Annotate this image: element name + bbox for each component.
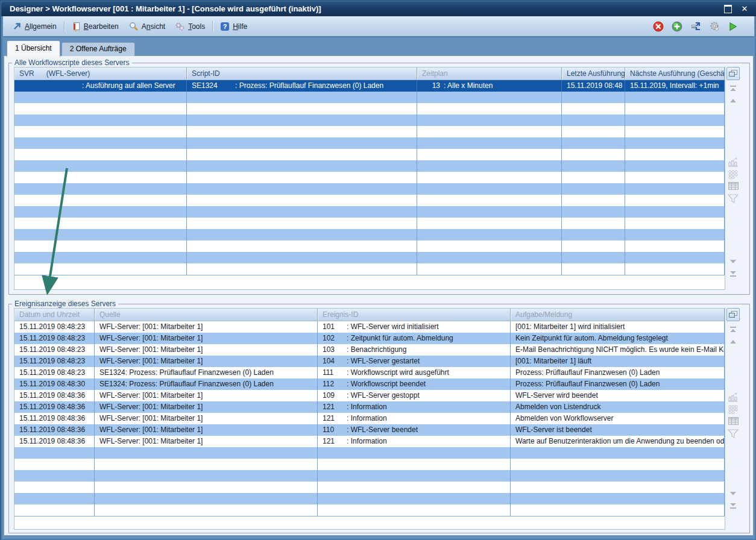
tab-offene-auftraege[interactable]: 2 Offene Aufträge	[61, 42, 135, 56]
filter-button[interactable]	[727, 192, 739, 204]
scroll-top-button[interactable]	[727, 83, 739, 95]
table-view-button[interactable]	[727, 180, 739, 192]
dots-grid-button[interactable]	[727, 168, 739, 180]
cell-datum: 15.11.2019 08:48:36	[14, 424, 95, 436]
scroll-bottom-button[interactable]	[727, 268, 739, 280]
chart-view-button[interactable]	[727, 156, 739, 168]
event-row[interactable]: 15.11.2019 08:48:36 WFL-Server: [001: Mi…	[14, 401, 725, 413]
table-view-button[interactable]	[727, 415, 739, 427]
dots-grid-button[interactable]	[727, 403, 739, 415]
cell-datum: 15.11.2019 08:48:23	[14, 333, 95, 344]
scroll-bottom-button[interactable]	[727, 500, 739, 512]
column-header-datum[interactable]: Datum und Uhrzeit	[14, 309, 95, 321]
column-picker-button[interactable]	[726, 308, 740, 321]
menubar: Allgemein Bearbeiten Ansicht Tools ?	[3, 16, 754, 37]
cell-meldung: E-Mail Benachrichtigung NICHT möglich. E…	[511, 344, 725, 356]
column-header-ereignis-id[interactable]: Ereignis-ID	[318, 309, 511, 321]
column-header-letzte-ausfuehrung[interactable]: Letzte Ausführung	[562, 68, 625, 80]
column-picker-button[interactable]	[726, 67, 740, 80]
script-row-empty[interactable]	[14, 195, 725, 206]
funnel-icon	[728, 194, 739, 203]
transfer-button[interactable]	[690, 21, 701, 32]
event-row[interactable]	[14, 482, 725, 493]
script-row-empty[interactable]	[14, 229, 725, 240]
cell-datum	[14, 482, 95, 493]
tab-bar: 1 Übersicht 2 Offene Aufträge	[7, 40, 135, 56]
menu-hilfe[interactable]: ? Hilfe	[215, 20, 252, 33]
script-row-empty[interactable]	[14, 160, 725, 172]
menu-ansicht[interactable]: Ansicht	[124, 20, 170, 33]
cell-naechste-ausfuehrung	[625, 206, 725, 218]
table-grid-icon	[728, 182, 739, 190]
cell-ereignis-id: 109: WFL-Server gestoppt	[318, 390, 511, 401]
script-row-empty[interactable]	[14, 252, 725, 263]
cell-quelle: WFL-Server: [001: Mitarbeiter 1]	[95, 413, 318, 424]
add-button[interactable]	[672, 21, 682, 32]
column-header-script-id[interactable]: Script-ID	[187, 68, 417, 80]
script-row-empty[interactable]	[14, 172, 725, 183]
event-row[interactable]: 15.11.2019 08:48:23 WFL-Server: [001: Mi…	[14, 356, 725, 367]
event-row[interactable]: 15.11.2019 08:48:36 WFL-Server: [001: Mi…	[14, 436, 725, 447]
scroll-up-button[interactable]	[727, 336, 739, 348]
event-row[interactable]	[14, 459, 725, 470]
event-row[interactable]: 15.11.2019 08:48:36 WFL-Server: [001: Mi…	[14, 413, 725, 424]
scripts-side-toolbar	[726, 67, 740, 284]
script-row-empty[interactable]	[14, 206, 725, 218]
event-row[interactable]: 15.11.2019 08:48:23 SE1324: Prozess: Prü…	[14, 367, 725, 378]
script-row-empty[interactable]	[14, 137, 725, 149]
scroll-down-button[interactable]	[727, 256, 739, 268]
cell-meldung: Prozess: Prüflauflauf Finanzwesen (0) La…	[511, 378, 725, 390]
tab-uebersicht[interactable]: 1 Übersicht	[7, 40, 60, 57]
script-row-empty[interactable]	[14, 126, 725, 137]
column-header-aufgabe-meldung[interactable]: Aufgabe/Meldung	[511, 309, 725, 321]
script-row-empty[interactable]	[14, 263, 725, 275]
script-row-empty[interactable]	[14, 149, 725, 160]
filter-button[interactable]	[727, 427, 739, 439]
column-header-zeitplan[interactable]: Zeitplan	[417, 68, 562, 80]
event-row[interactable]	[14, 493, 725, 504]
script-row-empty[interactable]	[14, 240, 725, 252]
scroll-down-button[interactable]	[727, 488, 739, 500]
scroll-down-icon	[729, 491, 737, 496]
column-picker-icon	[729, 70, 737, 77]
settings-button[interactable]	[709, 21, 720, 32]
cell-zeitplan	[417, 263, 562, 275]
script-row-empty[interactable]	[14, 115, 725, 126]
scroll-up-button[interactable]	[727, 95, 739, 107]
menu-bearbeiten[interactable]: Bearbeiten	[67, 20, 124, 33]
cell-datum: 15.11.2019 08:48:23	[14, 356, 95, 367]
run-button[interactable]	[728, 21, 739, 32]
column-header-svr[interactable]: SVR (WFL-Server)	[14, 68, 187, 80]
chart-view-button[interactable]	[727, 391, 739, 403]
cell-ereignis-id: 103: Benachrichtigung	[318, 344, 511, 356]
script-row-empty[interactable]	[14, 218, 725, 229]
column-header-naechste-ausfuehrung[interactable]: Nächste Ausführung (Geschätzt/w	[625, 68, 725, 80]
cell-letzte-ausfuehrung	[562, 183, 625, 195]
restore-button[interactable]	[722, 4, 733, 14]
cell-script-id	[187, 92, 417, 103]
event-row[interactable]: 15.11.2019 08:48:30 SE1324: Prozess: Prü…	[14, 378, 725, 390]
menu-allgemein[interactable]: Allgemein	[8, 20, 61, 33]
event-row[interactable]	[14, 447, 725, 459]
event-row[interactable]: 15.11.2019 08:48:23 WFL-Server: [001: Mi…	[14, 333, 725, 344]
close-button[interactable]: ✕	[739, 4, 750, 14]
cancel-button[interactable]	[653, 21, 664, 32]
script-row-selected[interactable]: : Ausführung auf allen Server SE1324: Pr…	[14, 80, 725, 92]
event-row[interactable]: 15.11.2019 08:48:36 WFL-Server: [001: Mi…	[14, 424, 725, 436]
cell-zeitplan	[417, 172, 562, 183]
event-row[interactable]: 15.11.2019 08:48:23 WFL-Server: [001: Mi…	[14, 321, 725, 333]
event-row[interactable]: 15.11.2019 08:48:23 WFL-Server: [001: Mi…	[14, 344, 725, 356]
scroll-top-button[interactable]	[727, 324, 739, 336]
script-row-empty[interactable]	[14, 103, 725, 115]
menu-label-allgemein: Allgemein	[25, 22, 57, 31]
cell-naechste-ausfuehrung	[625, 115, 725, 126]
cell-svr: : Ausführung auf allen Server	[14, 80, 187, 92]
column-header-quelle[interactable]: Quelle	[95, 309, 318, 321]
event-row[interactable]	[14, 470, 725, 482]
script-row-empty[interactable]	[14, 183, 725, 195]
event-row[interactable]	[14, 504, 725, 516]
menu-tools[interactable]: Tools	[170, 20, 210, 33]
cell-quelle: WFL-Server: [001: Mitarbeiter 1]	[95, 436, 318, 447]
event-row[interactable]: 15.11.2019 08:48:36 WFL-Server: [001: Mi…	[14, 390, 725, 401]
script-row-empty[interactable]	[14, 92, 725, 103]
